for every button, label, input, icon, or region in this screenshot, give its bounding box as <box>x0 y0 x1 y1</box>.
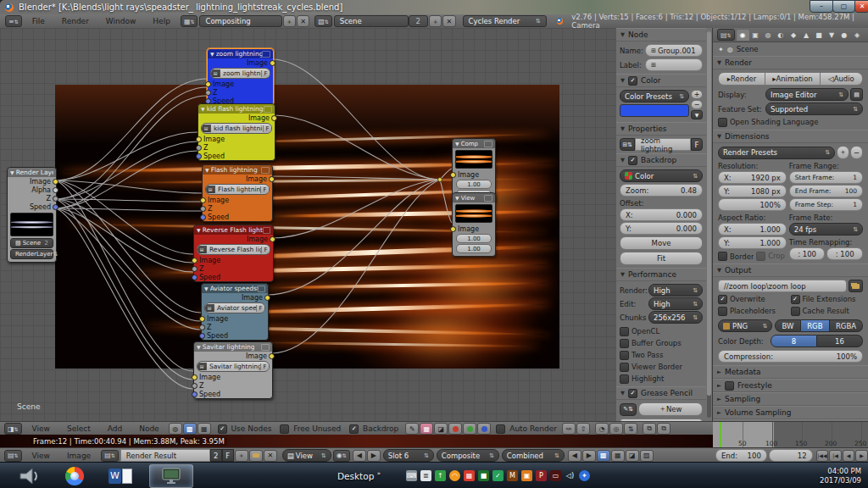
tray-orange-box-icon[interactable]: ▣ <box>521 470 532 481</box>
tab-data[interactable]: ▼ <box>826 30 838 41</box>
copy-icon[interactable]: ⧉ <box>643 423 656 435</box>
output-alpha[interactable]: Alpha <box>8 186 56 194</box>
node-header[interactable]: ▼Aviator speedster <box>202 284 268 293</box>
checker-icon[interactable]: ▦ <box>611 450 625 462</box>
backdrop-offset-x[interactable]: X:0.000 <box>620 208 703 221</box>
scene-selector[interactable]: ▧ Scene2 <box>10 238 53 248</box>
tab-material[interactable]: ● <box>838 30 851 41</box>
osl-checkbox[interactable] <box>718 118 727 127</box>
socket-image[interactable] <box>269 353 275 359</box>
tab-render-layers[interactable]: ▣ <box>749 30 762 41</box>
pass-select[interactable]: Composite⇅ <box>437 449 499 462</box>
tray-p-logo-icon[interactable]: P <box>536 470 547 481</box>
backdrop-move-button[interactable]: Move <box>620 236 703 250</box>
socket-image[interactable] <box>270 60 275 66</box>
end-frame-field[interactable]: End:100 <box>715 449 767 462</box>
socket-z[interactable] <box>192 383 198 389</box>
menu-render[interactable]: Render <box>53 17 97 25</box>
screen-layout-select[interactable]: Compositing <box>199 15 281 27</box>
render-button[interactable]: ▸ Render <box>718 72 765 86</box>
group-name-field[interactable]: ⊞kid flash lightningF <box>201 123 272 134</box>
panel-color[interactable]: ▼✓Color <box>616 74 706 87</box>
jump-to-start-button[interactable]: |◀◀ <box>816 450 829 462</box>
prev-keyframe-button[interactable]: |◀ <box>829 450 842 462</box>
wrench-icon[interactable]: ✑ <box>562 423 576 435</box>
preset-add-button[interactable]: ＋ <box>837 146 849 159</box>
playhead[interactable] <box>720 422 721 448</box>
two-pass-checkbox[interactable] <box>620 351 629 360</box>
output-z[interactable]: Z <box>8 194 56 202</box>
tray-shield-check-icon[interactable]: ✓ <box>492 470 504 481</box>
menu-view[interactable]: View <box>24 452 58 460</box>
panel-freestyle[interactable]: ►Freestyle <box>713 379 868 392</box>
free-unused-checkbox[interactable] <box>280 424 289 434</box>
pin-icon[interactable]: ✦ <box>718 46 724 53</box>
preset-remove-button[interactable]: − <box>691 100 703 109</box>
input-speed[interactable]: Speed <box>198 152 275 160</box>
output-image[interactable]: Image <box>198 114 275 122</box>
rgba-button[interactable]: RGBA <box>830 319 863 332</box>
tray-keyboard-icon[interactable]: ⌨ <box>406 470 417 481</box>
socket-image[interactable] <box>450 172 456 178</box>
texture-nodes-icon[interactable]: ▦ <box>198 423 211 435</box>
image-browse-button[interactable]: ▤ ⇅ <box>101 450 119 462</box>
speaker-app-icon[interactable] <box>12 465 46 487</box>
menu-file[interactable]: File <box>24 17 53 25</box>
input-speed[interactable]: Speed <box>203 213 272 221</box>
socket-z[interactable] <box>53 196 58 202</box>
proxy-icon[interactable]: ⇅ <box>624 423 637 435</box>
scene-user-count[interactable]: 2 <box>409 15 428 27</box>
layer-select[interactable]: Combined⇅ <box>502 449 565 462</box>
preset-add-button[interactable]: + <box>691 90 703 99</box>
feature-set-select[interactable]: Supported⇅ <box>765 103 863 115</box>
rgb-button[interactable]: RGB <box>801 319 830 332</box>
backdrop-offset-y[interactable]: Y:0.000 <box>620 222 703 235</box>
input-z[interactable]: Z <box>203 204 272 213</box>
fake-user-button[interactable]: F <box>691 138 703 151</box>
display-extra-button[interactable]: ▤ <box>850 88 863 101</box>
draw-channels-icon[interactable]: ▩ <box>597 450 610 462</box>
node-name-input[interactable]: ⊞Group.001 <box>645 44 703 57</box>
chrome-icon[interactable] <box>58 465 92 487</box>
add-layout-button[interactable]: ＋ <box>283 15 296 27</box>
resolution-x-field[interactable]: X:1920 px <box>718 171 787 184</box>
editor-type-button[interactable]: ▤ ⇅ <box>717 29 735 41</box>
output-image[interactable]: Image <box>202 293 268 302</box>
menu-view[interactable]: View <box>24 424 58 433</box>
input-speed[interactable]: Speed <box>194 390 272 398</box>
chunks-select[interactable]: 256x256⇅ <box>648 311 703 324</box>
buffer-groups-checkbox[interactable] <box>620 339 629 348</box>
frame-step-field[interactable]: Frame Step:1 <box>789 198 863 211</box>
cache-result-checkbox[interactable] <box>791 307 800 316</box>
delete-layout-button[interactable]: ✕ <box>297 15 309 27</box>
gradient-icon[interactable]: ◪ <box>434 423 448 435</box>
input-z[interactable]: Z <box>194 381 272 390</box>
socket-image[interactable] <box>200 197 206 203</box>
editor-type-button[interactable]: ▤ ⇅ <box>4 450 22 462</box>
depth-8-button[interactable]: 8 <box>771 335 817 347</box>
socket-z[interactable] <box>199 324 205 330</box>
input-z[interactable]: Z <box>198 143 275 152</box>
input-image[interactable]: Image <box>194 256 273 264</box>
node-viewer[interactable]: ▼View Image 1.00 1.00 <box>452 192 496 257</box>
timeline-ruler[interactable]: 50 100 150 200 250 <box>713 421 868 448</box>
tab-object[interactable]: ◆ <box>787 30 800 41</box>
value-slider[interactable]: 1.00 <box>456 234 492 243</box>
editor-type-button[interactable]: ◨ ⇅ <box>4 423 22 435</box>
snap-icon[interactable]: ✎ <box>405 423 419 435</box>
scene-icon[interactable]: ▧ ⇅ <box>314 15 332 27</box>
panel-node[interactable]: ▼Node <box>616 28 706 42</box>
fake-user-button[interactable]: F <box>260 363 269 370</box>
socket-image[interactable] <box>450 226 456 232</box>
depth-16-button[interactable]: 16 <box>817 335 863 347</box>
color-presets-select[interactable]: Color Presets⇅ <box>620 90 689 103</box>
backdrop-checkbox[interactable]: ✓ <box>349 424 359 434</box>
node-editor[interactable]: ▼Render Layers Image Alpha Z Speed ▧ Sce… <box>0 28 617 421</box>
paste-icon[interactable]: ⧉ <box>657 423 670 435</box>
resolution-y-field[interactable]: Y:1080 px <box>718 185 787 197</box>
group-name-field[interactable]: ⊞Aviator speedsterF <box>204 302 265 313</box>
green-channel-icon[interactable] <box>463 423 476 435</box>
image-datablock-name[interactable]: Render Result <box>120 449 210 462</box>
opencl-checkbox[interactable] <box>620 327 629 336</box>
folder-icon[interactable] <box>849 280 863 292</box>
